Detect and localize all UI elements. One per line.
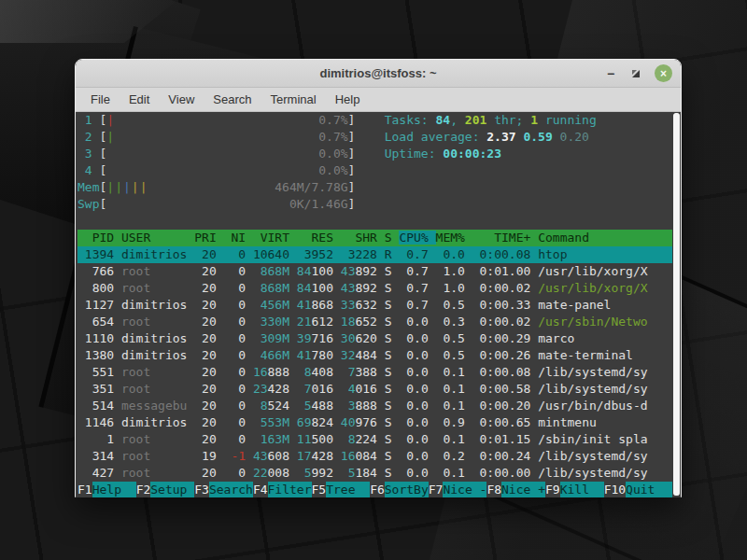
cell-command: mate-terminal <box>538 348 633 362</box>
column-header-shr[interactable]: SHR <box>341 231 385 245</box>
uptime-line: Uptime: 00:00:23 <box>385 147 501 161</box>
cell-ni: 0 <box>224 432 253 446</box>
titlebar[interactable]: dimitrios@itsfoss: ~ − × <box>76 60 681 88</box>
process-row-314[interactable]: 314 root 19 -1 43608 17428 16084 S 0.0 0… <box>78 448 672 465</box>
fkey-f2-setup[interactable]: F2Setup <box>136 482 195 497</box>
process-row-1[interactable]: 1 root 20 0 163M 11500 8224 S 0.0 0.1 0:… <box>78 431 672 448</box>
column-header-pid[interactable]: PID <box>78 231 121 245</box>
cell-mem: 0.5 <box>436 348 472 362</box>
column-header-user[interactable]: USER <box>121 231 194 245</box>
scrollbar[interactable] <box>673 113 680 496</box>
meter-value: 0K/1.46G <box>289 196 348 213</box>
process-row-1146[interactable]: 1146 dimitrios 20 0 553M 69824 40976 S 0… <box>78 414 672 431</box>
process-row-427[interactable]: 427 root 20 0 22008 5992 5184 S 0.0 0.1 … <box>78 465 672 482</box>
cell-pid: 654 <box>78 315 121 329</box>
cell-pid: 1146 <box>78 415 121 429</box>
cell-mem: 0.1 <box>436 399 472 413</box>
blank-line <box>78 213 672 230</box>
column-header-command[interactable]: Command <box>538 231 589 245</box>
column-header-pri[interactable]: PRI <box>194 231 223 245</box>
cell-pid: 1380 <box>78 348 121 362</box>
maximize-button[interactable] <box>630 68 641 79</box>
process-row-1394[interactable]: 1394 dimitrios 20 0 10640 3952 3228 R 0.… <box>78 246 672 263</box>
meter-label: Mem <box>78 180 99 194</box>
scrollbar-thumb[interactable] <box>673 113 680 496</box>
fkey-f8-nice-+[interactable]: F8Nice + <box>486 482 545 497</box>
cell-pid: 551 <box>78 365 121 379</box>
terminal-content[interactable]: 1 [ |0.7%] Tasks: 84, 201 thr; 1 running… <box>76 112 681 497</box>
column-header-s[interactable]: S <box>385 231 400 245</box>
cell-cpu: 0.0 <box>399 315 435 329</box>
menu-item-help[interactable]: Help <box>326 92 370 106</box>
fkey-label: Filter <box>268 482 312 497</box>
column-header-res[interactable]: RES <box>297 231 341 245</box>
menu-item-file[interactable]: File <box>81 92 120 106</box>
fkey-f1-help[interactable]: F1Help <box>78 482 136 497</box>
cell-state: S <box>385 382 400 396</box>
meter-bar: |0.7% <box>106 129 347 146</box>
cell-state: S <box>385 466 400 480</box>
menu-item-search[interactable]: Search <box>204 92 261 106</box>
menu-item-view[interactable]: View <box>159 92 204 106</box>
cell-time: 0:00.26 <box>472 348 538 362</box>
cell-state: S <box>385 315 400 329</box>
cell-time: 0:00.02 <box>472 281 538 295</box>
process-row-514[interactable]: 514 messagebu 20 0 8524 5488 3888 S 0.0 … <box>78 398 672 414</box>
fkey-f4-filter[interactable]: F4Filter <box>253 482 312 497</box>
meter-tick: | <box>140 180 148 194</box>
fkey-f9-kill[interactable]: F9Kill <box>545 482 604 497</box>
cell-time: 0:00.20 <box>472 399 538 413</box>
column-header-virt[interactable]: VIRT <box>253 231 297 245</box>
close-button[interactable]: × <box>655 64 672 82</box>
process-row-800[interactable]: 800 root 20 0 868M 84100 43892 S 0.7 1.0… <box>78 280 672 297</box>
cell-user: dimitrios <box>121 331 194 345</box>
column-header-time[interactable]: TIME+ <box>472 231 538 245</box>
cell-command: /lib/systemd/sy <box>538 382 647 396</box>
cell-pid: 1127 <box>78 298 121 312</box>
fkey-f5-tree[interactable]: F5Tree <box>312 482 371 497</box>
cell-cpu: 0.0 <box>399 415 435 429</box>
cell-mem: 0.3 <box>436 315 472 329</box>
meter-tick: | <box>106 130 115 144</box>
process-row-766[interactable]: 766 root 20 0 868M 84100 43892 S 0.7 1.0… <box>78 263 672 280</box>
cell-mem: 0.5 <box>436 298 472 312</box>
menu-item-edit[interactable]: Edit <box>120 92 159 106</box>
cell-ni: 0 <box>224 331 253 345</box>
process-row-1127[interactable]: 1127 dimitrios 20 0 456M 41868 33632 S 0… <box>78 297 672 314</box>
cell-pri: 20 <box>194 247 223 261</box>
cell-ni: 0 <box>224 382 253 396</box>
meter-tick: | <box>106 113 115 127</box>
meter-bar: |0.7% <box>106 112 347 129</box>
fkey-label: SortBy <box>385 482 429 497</box>
cell-ni: 0 <box>224 466 253 480</box>
fkey-f10-quit[interactable]: F10Quit <box>604 482 669 497</box>
cell-pri: 20 <box>194 281 223 295</box>
meter-label: 4 <box>78 163 99 177</box>
fkey-label: Search <box>209 482 253 497</box>
cell-mem: 0.5 <box>436 331 472 345</box>
process-row-351[interactable]: 351 root 20 0 23428 7016 4016 S 0.0 0.1 … <box>78 381 672 398</box>
cell-time: 0:00.33 <box>472 298 538 312</box>
column-header-ni[interactable]: NI <box>224 231 253 245</box>
fkey-f6-sortby[interactable]: F6SortBy <box>370 482 429 497</box>
process-table-header: PID USER PRI NI VIRT RES SHR S CPU% MEM%… <box>78 230 672 246</box>
cell-pid: 766 <box>78 264 121 278</box>
process-row-551[interactable]: 551 root 20 0 16888 8408 7388 S 0.0 0.1 … <box>78 364 672 381</box>
cell-cpu: 0.0 <box>399 466 435 480</box>
fkey-f7-nice--[interactable]: F7Nice - <box>429 482 487 497</box>
cell-time: 0:00.65 <box>472 415 538 429</box>
cell-cpu: 0.0 <box>399 331 435 345</box>
fkey-f3-search[interactable]: F3Search <box>194 482 253 497</box>
column-header-mem[interactable]: MEM% <box>436 231 472 245</box>
column-header-cpu[interactable]: CPU% <box>399 231 435 245</box>
cell-command: /usr/bin/dbus-d <box>538 399 647 413</box>
tasks-line: Tasks: 84, 201 thr; 1 running <box>385 113 597 127</box>
close-icon: × <box>660 67 667 78</box>
menu-bar: FileEditViewSearchTerminalHelp <box>76 88 681 112</box>
menu-item-terminal[interactable]: Terminal <box>261 92 326 106</box>
process-row-1380[interactable]: 1380 dimitrios 20 0 466M 41780 32484 S 0… <box>78 347 672 364</box>
minimize-button[interactable]: − <box>604 67 617 80</box>
process-row-1110[interactable]: 1110 dimitrios 20 0 309M 39716 30620 S 0… <box>78 330 672 347</box>
cell-cpu: 0.7 <box>399 264 435 278</box>
process-row-654[interactable]: 654 root 20 0 330M 21612 18652 S 0.0 0.3… <box>78 314 672 330</box>
